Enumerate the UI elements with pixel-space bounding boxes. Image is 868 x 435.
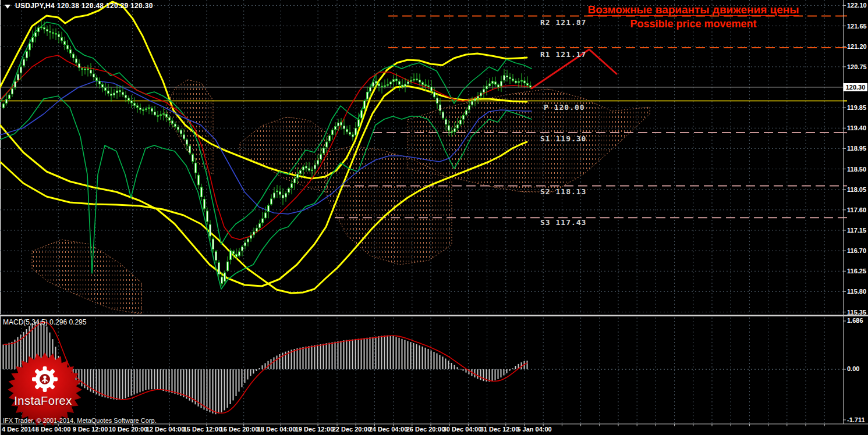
- time-axis-label: 9 Dec 12:00: [73, 426, 108, 433]
- time-axis-label: 26 Dec 20:00: [406, 426, 445, 433]
- time-axis-label: 16 Dec 20:00: [220, 426, 259, 433]
- time-axis-label: 4 Dec 2014: [2, 426, 35, 433]
- time-axis-label: 18 Dec 04:00: [257, 426, 296, 433]
- annotation-russian: Возможные варианты движения цены: [573, 3, 813, 16]
- current-price-badge: 120.30: [844, 83, 867, 91]
- pivot-label-s1: S1 119.30: [540, 134, 586, 143]
- price-axis-label: 118.05: [847, 186, 866, 193]
- macd-axis-label: 0.00: [847, 365, 859, 372]
- time-axis-label: 19 Dec 12:00: [295, 426, 334, 433]
- chart-canvas[interactable]: [0, 0, 868, 435]
- pivot-label-s2: S2 118.13: [540, 187, 586, 196]
- time-axis-label: 8 Dec 04:00: [36, 426, 71, 433]
- price-axis-label: 122.10: [847, 2, 867, 9]
- price-axis-label: 117.60: [847, 206, 866, 213]
- price-axis-label: 116.70: [847, 247, 866, 254]
- pivot-label-p: P 120.00: [544, 103, 585, 112]
- price-axis-label: 116.25: [847, 268, 866, 274]
- symbol-dropdown-icon[interactable]: [5, 5, 10, 9]
- time-axis-label: 24 Dec 04:00: [369, 426, 408, 433]
- price-axis-label: 115.80: [847, 288, 866, 295]
- macd-axis-label: 1.686: [847, 317, 863, 324]
- price-axis-label: 118.95: [847, 145, 866, 152]
- time-axis-label: 22 Dec 20:00: [332, 426, 371, 433]
- time-axis-label: 5 Jan 04:00: [517, 426, 551, 433]
- pivot-label-s3: S3 117.43: [540, 218, 586, 227]
- time-axis-label: 10 Dec 20:00: [109, 426, 148, 433]
- mt4-chart-window: USDJPY,H4 120.38 120.48 120.29 120.30 Во…: [0, 0, 868, 435]
- price-axis-label: 118.50: [847, 166, 866, 173]
- macd-indicator-title: MACD(5,34,5) 0.296 0.295: [3, 318, 86, 326]
- ichimoku-cloud-layer: [32, 80, 650, 314]
- price-axis-label: 117.15: [847, 227, 866, 234]
- time-axis-label: 15 Dec 12:00: [183, 426, 222, 433]
- chart-title-text: USDJPY,H4 120.38 120.48 120.29 120.30: [15, 2, 153, 10]
- pivot-label-r1: R1 121.17: [540, 50, 586, 59]
- price-axis-label: 120.75: [847, 63, 867, 70]
- price-axis-label: 121.65: [847, 23, 867, 30]
- price-axis-label: 119.85: [847, 104, 866, 111]
- price-axis-label: 115.35: [847, 309, 866, 316]
- chart-title-bar: USDJPY,H4 120.38 120.48 120.29 120.30: [3, 2, 153, 10]
- instaforex-logo-text: InstaForex: [5, 394, 82, 408]
- time-axis-label: 12 Dec 04:00: [146, 426, 185, 433]
- annotation-english: Possible price movement: [573, 18, 813, 30]
- price-axis-label: 119.40: [847, 124, 866, 131]
- time-axis-label: 30 Dec 04:00: [443, 426, 482, 433]
- price-axis-label: 121.20: [847, 43, 867, 50]
- time-axis-label: 31 Dec 12:00: [480, 426, 519, 433]
- platform-credit: IFX Trader, © 2001-2014, MetaQuotes Soft…: [3, 417, 157, 424]
- macd-axis-label: -1.711: [847, 416, 865, 423]
